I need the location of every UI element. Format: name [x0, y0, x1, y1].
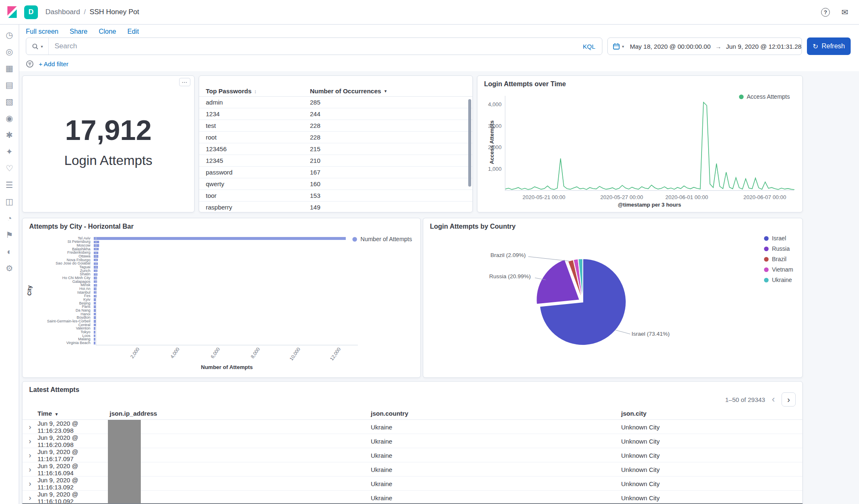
- city-bar[interactable]: [94, 331, 95, 334]
- sidebar-item-uptime[interactable]: ♡: [3, 163, 16, 173]
- breadcrumb-dashboard[interactable]: Dashboard: [45, 8, 80, 16]
- toolbar-full-screen[interactable]: Full screen: [26, 28, 58, 35]
- sort-desc-icon: ▼: [384, 89, 387, 93]
- time-cell: Jun 9, 2020 @ 11:16:17.097: [37, 448, 110, 462]
- time-cell: Jun 9, 2020 @ 11:16:20.098: [37, 434, 110, 448]
- kql-button[interactable]: KQL: [576, 43, 602, 50]
- city-bar[interactable]: [94, 342, 95, 344]
- pie-label-brazil: Brazil (2.09%): [460, 252, 526, 258]
- column-header-occurrences[interactable]: Number of Occurrences▼: [310, 87, 466, 95]
- sidebar-item-machine-learning[interactable]: ✱: [3, 130, 16, 140]
- date-quick-menu-button[interactable]: ▾: [612, 43, 627, 50]
- space-badge[interactable]: D: [24, 5, 38, 19]
- legend-item-number-of-attempts[interactable]: Number of Attempts: [352, 236, 412, 242]
- add-filter-button[interactable]: + Add filter: [39, 60, 68, 67]
- time-cell: Jun 9, 2020 @ 11:16:23.098: [37, 420, 110, 434]
- dashboard-icon: ▤: [5, 81, 13, 89]
- dashboard-toolbar: Full screenShareCloneEdit: [19, 25, 859, 37]
- sidebar-item-logs[interactable]: ☰: [3, 180, 16, 190]
- sidebar-item-recently-viewed[interactable]: ◷: [3, 30, 16, 40]
- city-bar[interactable]: [94, 284, 97, 287]
- pie-chart: [423, 218, 802, 377]
- column-label: Top Passwords: [206, 87, 252, 95]
- help-icon[interactable]: ?: [821, 7, 830, 17]
- toolbar-clone[interactable]: Clone: [99, 28, 116, 35]
- search-input[interactable]: [49, 42, 576, 50]
- expand-row-icon[interactable]: ›: [29, 479, 31, 488]
- password-cell: raspberry: [206, 204, 310, 211]
- bar-track: [93, 258, 357, 262]
- bar-chart-rows: Tel AvivSt PetersburgMoscowBalashikhaFre…: [31, 237, 357, 345]
- bar-track: [93, 262, 357, 266]
- city-bar[interactable]: [94, 320, 96, 323]
- city-bar[interactable]: [94, 244, 99, 247]
- panel-latest-attempts: Latest Attempts 1–50 of 29343 ‹ › Time▼ …: [22, 381, 803, 504]
- bar-track: [93, 302, 357, 305]
- occurrences-cell: 215: [310, 145, 466, 152]
- sidebar-item-graph[interactable]: ✦: [3, 146, 16, 157]
- panel-options-button[interactable]: ⋯: [179, 78, 190, 86]
- expand-cell: ›: [22, 448, 37, 462]
- expand-row-icon[interactable]: ›: [29, 451, 31, 460]
- bar-row: Virginia Beach: [31, 341, 357, 345]
- saved-query-menu-button[interactable]: ▾: [26, 38, 49, 55]
- bar-track: [93, 319, 357, 323]
- city-bar[interactable]: [94, 324, 96, 327]
- x-axis-tick: 2020-05-21 00:00: [515, 194, 573, 200]
- page-title: SSH Honey Pot: [90, 8, 139, 16]
- expand-row-icon[interactable]: ›: [29, 494, 31, 502]
- sidebar-item-dashboard[interactable]: ▤: [3, 80, 16, 90]
- table-row: ›Jun 9, 2020 @ 11:16:20.098UkraineUnknow…: [22, 434, 802, 448]
- kibana-logo[interactable]: [0, 6, 24, 18]
- date-range-end[interactable]: Jun 9, 2020 @ 12:01:31.28: [725, 43, 802, 50]
- expand-cell: ›: [22, 477, 37, 491]
- date-range-start[interactable]: May 18, 2020 @ 00:00:00.00: [629, 43, 712, 50]
- expand-row-icon[interactable]: ›: [29, 465, 31, 474]
- sidebar-item-siem[interactable]: ⚑: [3, 230, 16, 240]
- bar-track: [93, 265, 357, 269]
- newsfeed-icon[interactable]: ✉: [842, 8, 848, 16]
- sidebar-item-monitoring[interactable]: ◐: [3, 246, 16, 257]
- city-bar[interactable]: [94, 327, 95, 330]
- bar-row: Galapagos: [31, 280, 357, 284]
- sidebar-item-visualize[interactable]: ▦: [3, 63, 16, 73]
- password-cell: root: [206, 134, 310, 141]
- column-header-time[interactable]: Time▼: [37, 410, 110, 417]
- pagination-prev-icon[interactable]: ‹: [772, 395, 775, 404]
- refresh-button[interactable]: ↻ Refresh: [807, 37, 851, 55]
- city-bar[interactable]: [94, 338, 95, 341]
- toolbar-share[interactable]: Share: [70, 28, 87, 35]
- table-row: admin285: [199, 97, 472, 108]
- expand-row-icon[interactable]: ›: [29, 423, 31, 432]
- sidebar-item-apm[interactable]: ◔: [3, 213, 16, 223]
- toolbar-edit[interactable]: Edit: [127, 28, 139, 35]
- main-content: Full screenShareCloneEdit ▾ KQL: [19, 0, 859, 504]
- filter-menu-icon[interactable]: [26, 60, 34, 68]
- sidebar-item-canvas[interactable]: ▧: [3, 96, 16, 107]
- column-header-country[interactable]: json.country: [371, 410, 621, 417]
- search-icon: [32, 43, 39, 50]
- column-header-ip-address[interactable]: json.ip_address: [110, 410, 371, 417]
- city-bar[interactable]: [94, 334, 95, 337]
- column-header-top-passwords[interactable]: Top Passwords↕: [206, 87, 310, 95]
- vertical-scrollbar[interactable]: [468, 99, 471, 187]
- sidebar-item-maps[interactable]: ◉: [3, 113, 16, 123]
- table-row: ›Jun 9, 2020 @ 11:16:10.092UkraineUnknow…: [22, 491, 802, 504]
- city-bar[interactable]: [94, 280, 97, 283]
- sidebar-item-discover[interactable]: ◎: [3, 46, 16, 57]
- redacted-ip: [108, 420, 141, 434]
- expand-row-icon[interactable]: ›: [29, 437, 31, 446]
- panel-login-attempts-metric: ⋯ 17,912 Login Attempts: [22, 75, 195, 212]
- table-header: Time▼ json.ip_address json.country json.…: [22, 407, 802, 420]
- bar-track: [93, 240, 357, 244]
- sidebar-item-management[interactable]: ⚙: [3, 263, 16, 273]
- bar-row: Istanbul: [31, 291, 357, 294]
- city-bar[interactable]: [94, 287, 97, 290]
- date-picker: ▾ May 18, 2020 @ 00:00:00.00 → Jun 9, 20…: [607, 37, 802, 55]
- bar-track: [93, 298, 357, 302]
- pagination-next-icon[interactable]: ›: [782, 392, 796, 407]
- column-header-city[interactable]: json.city: [621, 410, 802, 417]
- sidebar-item-metrics[interactable]: ◫: [3, 196, 16, 207]
- city-bar[interactable]: [94, 237, 346, 240]
- city-bar[interactable]: [94, 241, 99, 244]
